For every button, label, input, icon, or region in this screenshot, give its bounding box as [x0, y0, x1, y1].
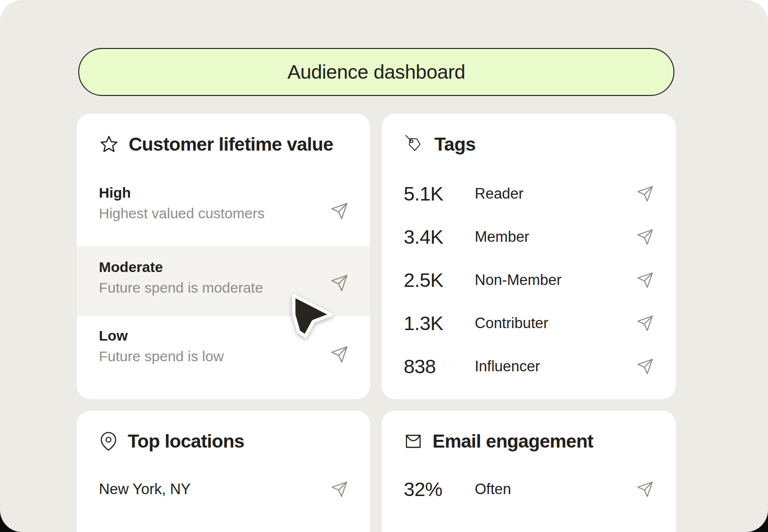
location-row: New York, NY [99, 478, 348, 501]
send-icon [636, 185, 654, 202]
tag-row: 5.1K Reader [404, 172, 654, 215]
clv-row-high[interactable]: High Highest valued customers [99, 186, 348, 221]
segment-description: Highest valued customers [99, 206, 348, 221]
card-header: Top locations [99, 431, 244, 452]
tag-label: Non-Member [475, 272, 562, 289]
tag-row: 2.5K Non-Member [404, 259, 654, 302]
customer-lifetime-value-card: Customer lifetime value High Highest val… [77, 114, 370, 399]
tag-label: Influencer [475, 358, 540, 375]
tag-count: 5.1K [404, 183, 475, 205]
engagement-row: 32% Often [404, 478, 654, 501]
dashboard-page: Audience dashboard Customer lifetime val… [0, 0, 768, 532]
email-icon [404, 432, 423, 451]
segment-name: Moderate [99, 260, 348, 274]
send-button[interactable] [636, 227, 655, 247]
map-pin-icon [99, 432, 118, 451]
tag-count: 1.3K [404, 312, 475, 335]
send-button[interactable] [636, 184, 655, 203]
card-header: Email engagement [404, 431, 593, 452]
engagement-label: Often [475, 481, 511, 498]
location-label: New York, NY [99, 481, 191, 498]
segment-name: High [99, 186, 348, 200]
email-engagement-card: Email engagement 32% Often [382, 411, 676, 532]
send-icon [330, 345, 348, 364]
tags-card: Tags 5.1K Reader 3.4K Member [382, 114, 676, 399]
send-icon [636, 228, 654, 246]
send-button[interactable] [636, 357, 655, 376]
card-title: Tags [434, 134, 476, 155]
send-button[interactable] [330, 201, 349, 221]
tag-label: Member [475, 228, 529, 246]
send-button[interactable] [636, 314, 655, 333]
audience-dashboard-screen: Audience dashboard Customer lifetime val… [0, 0, 768, 532]
send-icon [330, 202, 348, 220]
mouse-cursor [286, 287, 341, 345]
card-title: Customer lifetime value [129, 134, 333, 155]
tag-count: 2.5K [404, 269, 475, 292]
send-button[interactable] [636, 480, 655, 499]
send-button[interactable] [636, 271, 655, 290]
card-title: Top locations [128, 431, 244, 452]
segment-description: Future spend is low [99, 349, 348, 364]
dashboard-title-pill: Audience dashboard [78, 48, 674, 96]
send-icon [636, 481, 654, 498]
send-button[interactable] [330, 345, 349, 364]
tag-label: Reader [475, 185, 524, 202]
tag-label: Contributer [475, 315, 548, 332]
tag-row: 1.3K Contributer [404, 302, 654, 345]
card-header: Customer lifetime value [99, 134, 333, 155]
send-icon [331, 481, 348, 498]
page-title: Audience dashboard [288, 61, 466, 83]
send-icon [636, 358, 654, 375]
star-icon [99, 134, 119, 154]
tag-row: 838 Influencer [404, 345, 654, 388]
tag-count: 838 [404, 355, 475, 378]
card-title: Email engagement [432, 431, 593, 452]
engagement-count: 32% [404, 478, 475, 501]
tag-row: 3.4K Member [404, 215, 654, 259]
send-icon [636, 272, 654, 289]
send-icon [636, 315, 654, 332]
tag-count: 3.4K [404, 226, 475, 248]
card-header: Tags [404, 134, 476, 155]
top-locations-card: Top locations New York, NY [77, 411, 370, 532]
send-button[interactable] [330, 480, 349, 499]
tag-icon [404, 134, 425, 155]
tag-list: 5.1K Reader 3.4K Member 2.5K Non-Member [404, 172, 654, 388]
